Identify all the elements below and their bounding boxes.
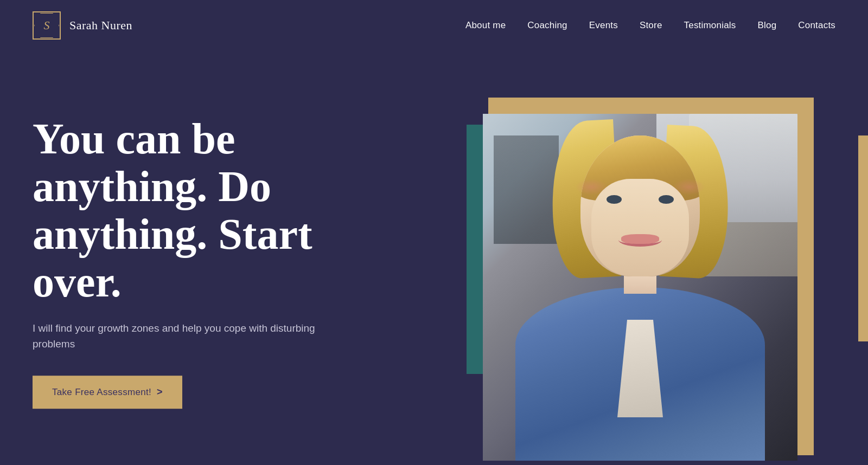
- logo-name: Sarah Nuren: [69, 18, 132, 33]
- hero-content: You can be anything. Do anything. Start …: [33, 115, 401, 409]
- hero-photo: [483, 114, 797, 461]
- gold-right-accent: [858, 135, 868, 341]
- nav-blog[interactable]: Blog: [757, 20, 776, 31]
- nav-store[interactable]: Store: [640, 20, 662, 31]
- logo-hexagon: S: [34, 13, 59, 38]
- header: S Sarah Nuren About me Coaching Events S…: [0, 0, 868, 51]
- nav-about[interactable]: About me: [465, 20, 506, 31]
- cta-arrow-icon: >: [157, 386, 163, 398]
- hero-section: You can be anything. Do anything. Start …: [0, 0, 868, 465]
- nav-contacts[interactable]: Contacts: [798, 20, 835, 31]
- nav-testimonials[interactable]: Testimonials: [684, 20, 736, 31]
- hero-headline: You can be anything. Do anything. Start …: [33, 115, 401, 306]
- hero-image-area: [456, 0, 868, 465]
- nav-coaching[interactable]: Coaching: [527, 20, 567, 31]
- nav-events[interactable]: Events: [589, 20, 618, 31]
- cta-label: Take Free Assessment!: [52, 387, 151, 398]
- logo-area[interactable]: S Sarah Nuren: [33, 11, 132, 40]
- main-nav: About me Coaching Events Store Testimoni…: [465, 20, 835, 31]
- cta-button[interactable]: Take Free Assessment! >: [33, 376, 182, 409]
- hero-subtext: I will find your growth zones and help y…: [33, 321, 336, 352]
- logo-letter: S: [44, 18, 50, 33]
- logo-icon: S: [33, 11, 61, 40]
